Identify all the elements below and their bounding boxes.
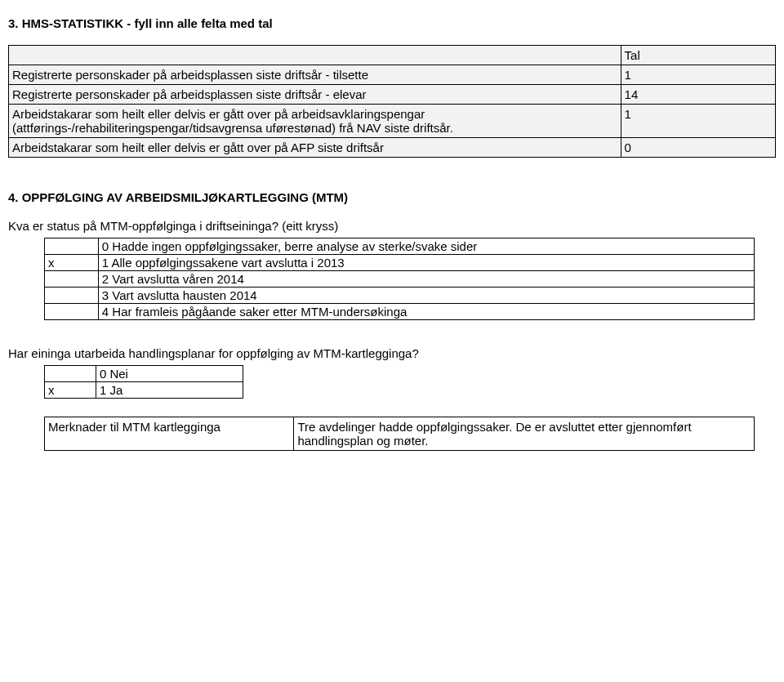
option-mark: x: [45, 255, 99, 271]
option-text: 1 Alle oppfølgingssakene vart avslutta i…: [98, 255, 754, 271]
stat-header-blank: [9, 46, 621, 65]
yesno-mark: [45, 366, 96, 382]
section3-heading: 3. HMS-STATISTIKK - fyll inn alle felta …: [8, 16, 776, 30]
option-text: 0 Hadde ingen oppfølgingssaker, berre an…: [98, 238, 754, 255]
remarks-label: Merknader til MTM kartlegginga: [45, 417, 294, 451]
option-mark: [45, 288, 99, 304]
remarks-text: Tre avdelinger hadde oppfølgingssaker. D…: [294, 417, 755, 451]
yesno-table: 0 Nei x 1 Ja: [44, 365, 243, 399]
option-text: 3 Vart avslutta hausten 2014: [98, 288, 754, 304]
stat-row-label: Arbeidstakarar som heilt eller delvis er…: [9, 138, 621, 158]
options-table: 0 Hadde ingen oppfølgingssaker, berre an…: [44, 238, 755, 320]
yesno-text: 0 Nei: [96, 366, 243, 382]
stat-row-value: 1: [621, 65, 775, 85]
stat-table: Tal Registrerte personskader på arbeidsp…: [8, 45, 776, 158]
stat-row-value: 1: [621, 105, 775, 138]
yesno-mark: x: [45, 382, 96, 399]
stat-row-value: 0: [621, 138, 775, 158]
section4-heading: 4. OPPFØLGING AV ARBEIDSMILJØKARTLEGGING…: [8, 190, 776, 204]
option-text: 4 Har framleis pågåande saker etter MTM-…: [98, 304, 754, 320]
yesno-text: 1 Ja: [96, 382, 243, 399]
section4-question1: Kva er status på MTM-oppfølginga i drift…: [8, 219, 776, 233]
stat-row-label: Arbeidstakarar som heilt eller delvis er…: [9, 105, 621, 138]
section4-question2: Har eininga utarbeida handlingsplanar fo…: [8, 346, 776, 360]
option-mark: [45, 271, 99, 288]
option-mark: [45, 304, 99, 320]
remarks-table: Merknader til MTM kartlegginga Tre avdel…: [44, 417, 755, 451]
stat-row-value: 14: [621, 85, 775, 105]
stat-row-label: Registrerte personskader på arbeidsplass…: [9, 85, 621, 105]
option-text: 2 Vart avslutta våren 2014: [98, 271, 754, 288]
stat-row-label: Registrerte personskader på arbeidsplass…: [9, 65, 621, 85]
option-mark: [45, 238, 99, 255]
stat-header-tal: Tal: [621, 46, 775, 65]
